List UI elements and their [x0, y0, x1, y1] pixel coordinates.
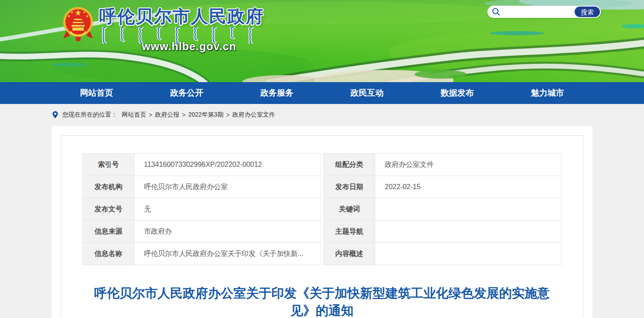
meta-value-index-number: 1134160073302996XP/202202-00012: [134, 154, 321, 176]
meta-value-keywords: [375, 198, 562, 221]
meta-label-info-name: 信息名称: [83, 243, 134, 265]
search-input[interactable]: [500, 7, 574, 17]
meta-label-issuing-agency: 发布机构: [83, 176, 134, 198]
national-emblem-icon: [62, 6, 94, 42]
table-row: 索引号 1134160073302996XP/202202-00012: [83, 154, 321, 176]
meta-value-info-name: 呼伦贝尔市人民政府办公室关于印发《关于加快新...: [134, 243, 321, 265]
breadcrumb-link-home[interactable]: 网站首页: [122, 111, 146, 119]
nav-item-city-charm[interactable]: 魅力城市: [502, 82, 593, 104]
breadcrumb-strip: 您现在所在的位置： 网站首页 > 政府公报 > 2022年第3期 > 政府办公室…: [0, 104, 644, 126]
nav-item-gov-disclosure[interactable]: 政务公开: [142, 82, 232, 104]
meta-label-topic-nav: 主题导航: [324, 221, 375, 243]
meta-value-topic-nav: [375, 221, 562, 243]
document-title: 呼伦贝尔市人民政府办公室关于印发《关于加快新型建筑工业化绿色发展的实施意见》的通…: [91, 284, 553, 318]
meta-label-keywords: 关键词: [324, 198, 375, 221]
table-row: 组配分类 政府办公室文件: [324, 154, 562, 176]
meta-value-info-source: 市政府办: [134, 221, 321, 243]
table-row: 信息来源 市政府办: [83, 221, 321, 243]
meta-label-publish-date: 发布日期: [324, 176, 375, 198]
breadcrumb-link-gazette[interactable]: 政府公报: [155, 111, 179, 119]
site-banner: 呼伦贝尔市人民政府 www.hlbe.gov.cn 搜索: [0, 0, 644, 82]
content-card: 索引号 1134160073302996XP/202202-00012 发布机构…: [51, 126, 593, 318]
table-row: 发布文号 无: [83, 198, 321, 221]
site-logo-home-link[interactable]: 呼伦贝尔市人民政府 www.hlbe.gov.cn: [62, 4, 267, 52]
table-row: 发布日期 2022-02-15: [324, 176, 562, 198]
nav-item-data-release[interactable]: 数据发布: [412, 82, 503, 104]
meta-value-publish-date: 2022-02-15: [375, 176, 562, 198]
table-row: 发布机构 呼伦贝尔市人民政府办公室: [83, 176, 321, 198]
metadata-table: 索引号 1134160073302996XP/202202-00012 发布机构…: [82, 153, 562, 265]
meta-value-issuing-agency: 呼伦贝尔市人民政府办公室: [134, 176, 321, 198]
meta-value-content-summary: [375, 243, 562, 265]
nav-item-home[interactable]: 网站首页: [51, 82, 142, 104]
search-button[interactable]: 搜索: [574, 6, 601, 18]
meta-label-category: 组配分类: [324, 154, 375, 176]
metadata-table-left: 索引号 1134160073302996XP/202202-00012 发布机构…: [82, 153, 321, 265]
table-row: 内容概述: [324, 243, 562, 265]
breadcrumb-prefix: 您现在所在的位置：: [62, 111, 117, 119]
breadcrumb: 您现在所在的位置： 网站首页 > 政府公报 > 2022年第3期 > 政府办公室…: [51, 104, 593, 126]
meta-label-document-number: 发布文号: [83, 198, 134, 221]
meta-label-info-source: 信息来源: [83, 221, 134, 243]
meta-value-document-number: 无: [134, 198, 321, 221]
site-title: 呼伦贝尔市人民政府: [99, 4, 264, 28]
meta-value-category: 政府办公室文件: [375, 154, 562, 176]
search-icon: [492, 7, 500, 16]
main-nav: 网站首页 政务公开 政务服务 政民互动 数据发布 魅力城市: [0, 82, 644, 104]
search-box: 搜索: [487, 6, 601, 18]
document-panel: 索引号 1134160073302996XP/202202-00012 发布机构…: [61, 135, 583, 318]
breadcrumb-link-category[interactable]: 政府办公室文件: [233, 111, 275, 119]
metadata-table-right: 组配分类 政府办公室文件 发布日期 2022-02-15 关键词 主题导航 内容…: [323, 153, 562, 265]
breadcrumb-link-issue[interactable]: 2022年第3期: [188, 111, 223, 119]
table-row: 主题导航: [324, 221, 562, 243]
breadcrumb-separator: >: [182, 111, 185, 118]
table-row: 关键词: [324, 198, 562, 221]
meta-label-content-summary: 内容概述: [324, 243, 375, 265]
breadcrumb-separator: >: [149, 111, 152, 118]
site-url: www.hlbe.gov.cn: [142, 40, 236, 53]
nav-item-gov-services[interactable]: 政务服务: [232, 82, 322, 104]
location-pin-icon: [51, 110, 59, 120]
meta-label-index-number: 索引号: [83, 154, 134, 176]
breadcrumb-separator: >: [226, 111, 230, 118]
table-row: 信息名称 呼伦贝尔市人民政府办公室关于印发《关于加快新...: [83, 243, 321, 265]
nav-item-public-interaction[interactable]: 政民互动: [322, 82, 412, 104]
